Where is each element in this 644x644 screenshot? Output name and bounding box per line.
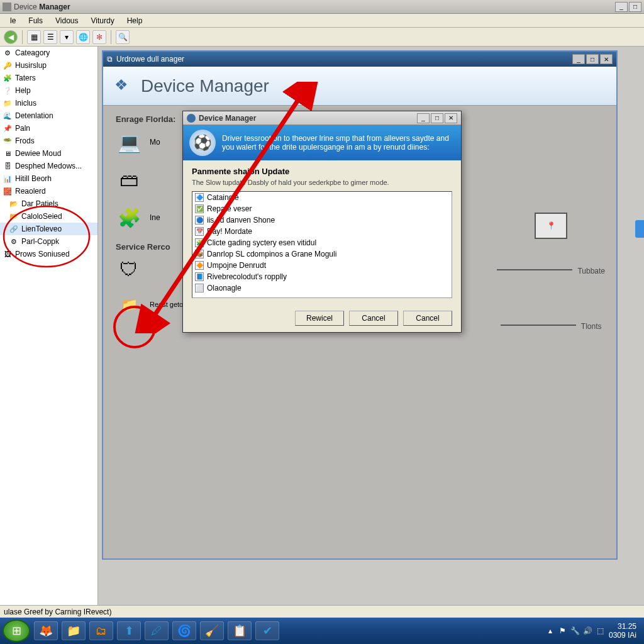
list-item-label: Umpojne Denrudt (207, 261, 266, 270)
update-dialog: Device Manager _ □ ✕ ⚽ Driver tessroot o… (182, 111, 462, 333)
list-item[interactable]: 🔵iis Ild danven Shone (192, 214, 452, 226)
menu-fuls[interactable]: Fuls (22, 15, 49, 26)
app1-task-icon[interactable]: 🗂 (89, 621, 113, 640)
menu-help[interactable]: Help (121, 15, 149, 26)
list-item-icon: 📦 (195, 250, 204, 258)
app5-task-icon[interactable]: 🧹 (200, 621, 224, 640)
list-item[interactable]: 📘Rivebrecolodut's ropplly (192, 271, 452, 282)
page-title: Device Manager (141, 76, 269, 96)
list-item[interactable]: 🔷Cataingle (192, 192, 452, 203)
sidebar-item-5[interactable]: 🌊Detenlation (0, 109, 97, 122)
maximize-button[interactable]: □ (629, 2, 641, 12)
toolbar-back-icon[interactable]: ◀ (4, 30, 18, 44)
menu-file[interactable]: le (4, 15, 22, 26)
list-item[interactable]: ⬜Olaonagle (192, 282, 452, 294)
sidebar-item-11[interactable]: 🧱Reaolerd (0, 185, 97, 197)
toolbar-list-icon[interactable]: ☰ (43, 30, 57, 44)
section-item-mo[interactable]: Mo (150, 138, 160, 147)
sidebar-item-9[interactable]: 🗄Desphed Medows... (0, 160, 97, 172)
toolbar-dropdown-icon[interactable]: ▾ (60, 30, 74, 44)
tree-label: LienToleveo (21, 225, 62, 233)
list-item-icon: ✅ (195, 204, 204, 213)
list-item[interactable]: 📦Danrlop SL cdompinos a Grane Moguli (192, 248, 452, 260)
tray-flag-icon[interactable]: ⚑ (558, 626, 567, 635)
memory-icon: 🧩 (116, 204, 142, 231)
sidebar-item-15[interactable]: ⚙Parl-Coppk (0, 235, 97, 248)
modal-titlebar[interactable]: Device Manager _ □ ✕ (183, 111, 461, 125)
section-item-ine[interactable]: Ine (150, 213, 160, 222)
app3-task-icon[interactable]: 🖊 (145, 621, 169, 640)
sidebar-item-12[interactable]: 📂Dar Patiels (0, 197, 97, 210)
list-item-icon: ⬜ (195, 284, 204, 292)
inner-maximize-button[interactable]: □ (586, 54, 599, 64)
menu-vidous[interactable]: Vidous (49, 15, 84, 26)
minimize-button[interactable]: _ (615, 2, 628, 12)
sidebar-item-8[interactable]: 🖥Dewiee Moud (0, 147, 97, 160)
cancel-button-1[interactable]: Cancel (349, 311, 398, 326)
list-item-label: Day! Mordate (207, 227, 252, 236)
firefox-task-icon[interactable]: 🦊 (34, 621, 58, 640)
tubbate-label[interactable]: Tubbate (577, 267, 605, 275)
clock[interactable]: 31.25 0309 IAi (609, 622, 636, 640)
list-item[interactable]: ✅Repate veser (192, 203, 452, 214)
app6-task-icon[interactable]: 📋 (228, 621, 252, 640)
list-item-label: Clicte gading syctery esen vitidul (207, 238, 316, 247)
tree-label: Help (15, 86, 31, 95)
sidebar-item-6[interactable]: 📌Paln (0, 122, 97, 135)
tray-network-icon[interactable]: 🔧 (571, 626, 580, 635)
inner-close-button[interactable]: ✕ (600, 54, 613, 64)
sidebar-item-1[interactable]: 🔑Husirslup (0, 59, 97, 72)
list-item[interactable]: 🔶Umpojne Denrudt (192, 260, 452, 271)
update-list[interactable]: 🔷Cataingle✅Repate veser🔵iis Ild danven S… (192, 191, 452, 298)
list-item-icon: 📅 (195, 227, 204, 236)
sidebar-tree: ⚙Cateagory🔑Husirslup🧩Taters❔Help📁Iniclus… (0, 47, 98, 606)
tlonts-label[interactable]: Tlonts (581, 322, 602, 331)
tray-volume-icon[interactable]: 🔊 (584, 626, 592, 635)
tray-up-icon[interactable]: ▴ (546, 626, 555, 635)
globe-ball-icon: ⚽ (189, 130, 216, 156)
tree-icon: 📌 (3, 123, 13, 133)
sidebar-item-0[interactable]: ⚙Cateagory (0, 47, 97, 59)
sidebar-item-10[interactable]: 📊Hitill Beorh (0, 172, 97, 185)
rewicel-button[interactable]: Rewicel (295, 311, 344, 326)
list-item[interactable]: 📅Day! Mordate (192, 226, 452, 237)
explorer-task-icon[interactable]: 📁 (62, 621, 86, 640)
tree-icon: 🖥 (3, 148, 13, 158)
statusbar: ulase Greef by Carning IRevect) (0, 605, 644, 618)
tree-icon: 🧩 (3, 73, 13, 83)
app4-task-icon[interactable]: 🌀 (172, 621, 196, 640)
tree-icon: 📂 (9, 211, 19, 221)
app7-task-icon[interactable]: ✔ (255, 621, 279, 640)
toolbar-refresh-icon[interactable]: ✻ (92, 30, 106, 44)
side-tab[interactable] (635, 220, 644, 238)
sidebar-item-4[interactable]: 📁Iniclus (0, 97, 97, 109)
toolbar-search-icon[interactable]: 🔍 (116, 30, 130, 44)
tree-label: Paln (15, 124, 30, 133)
toolbar-globe-icon[interactable]: 🌐 (76, 30, 90, 44)
app2-task-icon[interactable]: ⬆ (117, 621, 141, 640)
modal-close-button[interactable]: ✕ (445, 113, 457, 123)
start-button[interactable]: ⊞ (3, 619, 30, 642)
list-item[interactable]: 🧩Clicte gading syctery esen vitidul (192, 237, 452, 248)
folder-icon: 📁 (116, 292, 142, 318)
tray-misc-icon[interactable]: ⬚ (596, 626, 605, 635)
inner-minimize-button[interactable]: _ (572, 54, 585, 64)
sidebar-item-3[interactable]: ❔Help (0, 84, 97, 97)
modal-maximize-button[interactable]: □ (431, 113, 443, 123)
tree-icon: ❔ (3, 86, 13, 96)
sidebar-item-7[interactable]: 🥗Frods (0, 135, 97, 147)
modal-minimize-button[interactable]: _ (417, 113, 430, 123)
cancel-button-2[interactable]: Cancel (403, 311, 452, 326)
sidebar-item-14[interactable]: 🔗LienToleveo (0, 223, 97, 235)
sidebar-item-13[interactable]: 📂CaloloSeied (0, 210, 97, 223)
sidebar-item-2[interactable]: 🧩Taters (0, 72, 97, 84)
menubar: le Fuls Vidous Viturdy Help (0, 14, 644, 28)
menu-viturdy[interactable]: Viturdy (85, 15, 121, 26)
inner-titlebar[interactable]: ⧉ Urdrowe dull anager _ □ ✕ (103, 52, 616, 67)
sidebar-item-16[interactable]: 🖼Prows Soniused (0, 248, 97, 260)
toolbar-grid-icon[interactable]: ▦ (27, 30, 41, 44)
modal-app-icon (187, 114, 196, 123)
pin-widget[interactable]: 📍 (535, 213, 567, 239)
pin-icon: 📍 (547, 221, 556, 230)
tree-icon: 🔑 (3, 60, 13, 70)
